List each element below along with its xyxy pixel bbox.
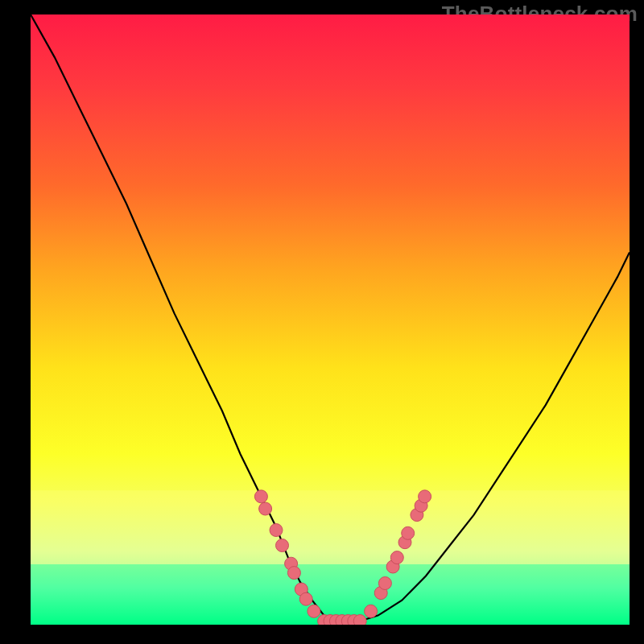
marker-point	[353, 615, 366, 625]
highlight-band-top	[31, 490, 630, 564]
marker-point	[287, 567, 300, 580]
marker-point	[378, 577, 391, 590]
marker-point	[419, 490, 431, 503]
marker-point	[365, 605, 378, 617]
marker-point	[259, 502, 272, 515]
marker-point	[254, 490, 267, 503]
marker-point	[402, 526, 415, 539]
plot-svg	[31, 14, 630, 625]
plot-area	[31, 14, 630, 625]
marker-point	[299, 592, 312, 605]
marker-point	[276, 539, 289, 552]
marker-point	[308, 605, 320, 617]
chart-frame: TheBottleneck.com	[0, 0, 644, 644]
marker-point	[270, 524, 283, 537]
marker-point	[390, 551, 403, 564]
